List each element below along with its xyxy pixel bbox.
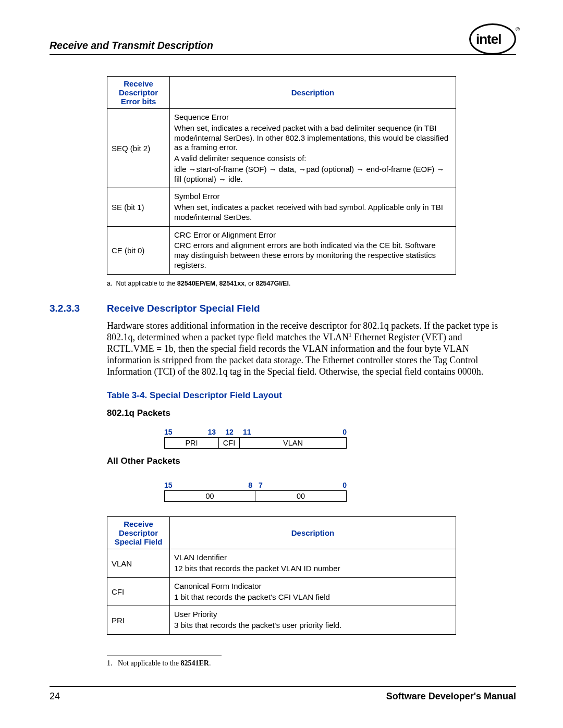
page-footer: 24 Software Developer's Manual bbox=[50, 686, 516, 702]
table-row: CE (bit 0) CRC Error or Alignment Error … bbox=[107, 226, 456, 274]
intel-logo: ® bbox=[469, 23, 516, 55]
bit-desc: Sequence Error When set, indicates a rec… bbox=[170, 109, 456, 188]
table-row: SEQ (bit 2) Sequence Error When set, ind… bbox=[107, 109, 456, 188]
table1-footnote: a. Not applicable to the 82540EP/EM, 825… bbox=[107, 280, 516, 287]
rx-descriptor-special-table: Receive Descriptor Special Field Descrip… bbox=[107, 516, 456, 635]
rx-descriptor-error-table: Receive Descriptor Error bits Descriptio… bbox=[107, 76, 456, 275]
bit-name: SEQ (bit 2) bbox=[107, 109, 170, 188]
table2-header-field: Receive Descriptor Special Field bbox=[107, 517, 170, 549]
footnote-rule bbox=[107, 656, 222, 656]
section-paragraph: Hardware stores additional information i… bbox=[107, 320, 508, 378]
footer-title: Software Developer's Manual bbox=[386, 691, 516, 702]
bitfield-8021q: 15 13 12 11 0 PRI CFI VLAN bbox=[164, 428, 347, 449]
page-header: Receive and Transmit Description ® bbox=[50, 39, 516, 55]
table2-header-desc: Description bbox=[170, 517, 456, 549]
table1-header-desc: Description bbox=[170, 77, 456, 109]
table-caption: Table 3-4. Special Descriptor Field Layo… bbox=[107, 390, 516, 401]
table-row: CFI Canonical Form Indicator1 bit that r… bbox=[107, 577, 456, 606]
bit-name: SE (bit 1) bbox=[107, 188, 170, 226]
table-row: PRI User Priority3 bits that records the… bbox=[107, 606, 456, 635]
footnote: 1. Not applicable to the 82541ER. bbox=[107, 659, 516, 668]
table-row: VLAN VLAN Identifier12 bits that records… bbox=[107, 549, 456, 578]
table1-header-bits: Receive Descriptor Error bits bbox=[107, 77, 170, 109]
table-row: SE (bit 1) Symbol Error When set, indica… bbox=[107, 188, 456, 226]
bitfield-other: 15 8 7 0 00 00 bbox=[164, 481, 347, 502]
page-number: 24 bbox=[50, 691, 60, 702]
subheader-8021q: 802.1q Packets bbox=[107, 408, 516, 418]
section-title: Receive Descriptor Special Field bbox=[107, 303, 260, 314]
section-heading: 3.2.3.3 Receive Descriptor Special Field bbox=[50, 303, 516, 314]
section-number: 3.2.3.3 bbox=[50, 303, 107, 314]
bit-desc: Symbol Error When set, indicates a packe… bbox=[170, 188, 456, 226]
bit-desc: CRC Error or Alignment Error CRC errors … bbox=[170, 226, 456, 274]
bit-name: CE (bit 0) bbox=[107, 226, 170, 274]
subheader-other: All Other Packets bbox=[107, 456, 516, 466]
header-title: Receive and Transmit Description bbox=[50, 40, 213, 52]
